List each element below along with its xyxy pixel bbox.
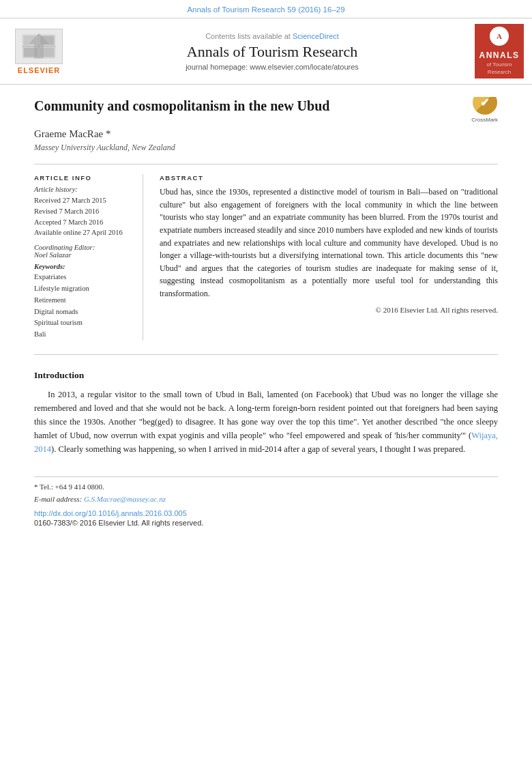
abstract-text: Ubud has, since the 1930s, represented a… [160, 186, 498, 300]
two-col-section: ARTICLE INFO Article history: Received 2… [34, 174, 498, 341]
annals-logo-sub: of TourismResearch [487, 61, 512, 76]
paper-title: Community and cosmopolitanism in the new… [34, 97, 348, 115]
elsevier-tree-icon: 🌳 [15, 29, 63, 64]
coordinating-editor: Coordinating Editor: Noel Salazar [34, 244, 132, 259]
intro-paragraph: In 2013, a regular visitor to the small … [34, 388, 498, 456]
annals-logo-icon: A [490, 27, 509, 46]
keyword-bali: Bali [34, 329, 132, 341]
history-label: Article history: [34, 186, 132, 193]
abstract-col: ABSTRACT Ubud has, since the 1930s, repr… [160, 174, 498, 341]
divider-2 [34, 354, 498, 355]
keywords-label: Keywords: [34, 263, 132, 270]
revised-date: Revised 7 March 2016 [34, 206, 132, 217]
doi-link[interactable]: http://dx.doi.org/10.1016/j.annals.2016.… [34, 509, 498, 517]
author-name: Graeme MacRae * [34, 128, 498, 140]
main-content: ✔ CrossMark Community and cosmopolitanis… [0, 85, 532, 541]
journal-banner: Annals of Tourism Research 59 (2016) 16–… [0, 0, 532, 18]
footnote-tel: * Tel.: +64 9 414 0800. [34, 481, 498, 493]
article-info-heading: ARTICLE INFO [34, 174, 132, 182]
keyword-digital: Digital nomads [34, 306, 132, 318]
journal-header: 🌳 ELSEVIER Contents lists available at S… [0, 18, 532, 85]
crossmark-icon: ✔ [473, 97, 497, 115]
footnote-section: * Tel.: +64 9 414 0800. E-mail address: … [34, 476, 498, 527]
contents-text: Contents lists available at [205, 32, 293, 40]
sciencedirect-line: Contents lists available at ScienceDirec… [76, 32, 468, 40]
header-center: Contents lists available at ScienceDirec… [76, 32, 468, 71]
annals-logo-box: A ANNALS of TourismResearch [475, 24, 524, 78]
journal-title: Annals of Tourism Research [76, 43, 468, 61]
journal-homepage: journal homepage: www.elsevier.com/locat… [76, 63, 468, 71]
title-area: ✔ CrossMark Community and cosmopolitanis… [34, 97, 498, 124]
intro-heading: Introduction [34, 370, 498, 381]
divider-1 [34, 164, 498, 164]
accepted-date: Accepted 7 March 2016 [34, 217, 132, 228]
sciencedirect-link[interactable]: ScienceDirect [293, 32, 339, 40]
crossmark-area[interactable]: ✔ CrossMark [471, 97, 498, 123]
copyright-line: © 2016 Elsevier Ltd. All rights reserved… [160, 306, 498, 314]
available-date: Available online 27 April 2016 [34, 227, 132, 238]
received-date: Received 27 March 2015 [34, 195, 132, 206]
affiliation: Massey University Auckland, New Zealand [34, 143, 498, 153]
keyword-expatriates: Expatriates [34, 272, 132, 283]
crossmark-label: CrossMark [471, 117, 498, 123]
email-label: E-mail address: [34, 495, 82, 503]
issn-line: 0160-7383/© 2016 Elsevier Ltd. All right… [34, 519, 498, 527]
introduction-section: Introduction In 2013, a regular visitor … [34, 370, 498, 456]
author-text: Graeme MacRae * [34, 128, 110, 139]
footnote-email: E-mail address: G.S.Macrae@massey.ac.nz [34, 493, 498, 506]
keyword-spiritual: Spiritual tourism [34, 317, 132, 329]
coord-name: Noel Salazar [34, 251, 72, 259]
wijaya-ref[interactable]: Wijaya, 2014 [34, 431, 498, 454]
annals-logo-title: ANNALS [479, 51, 520, 60]
article-info-col: ARTICLE INFO Article history: Received 2… [34, 174, 143, 341]
email-link[interactable]: G.S.Macrae@massey.ac.nz [84, 495, 166, 503]
keyword-lifestyle: Lifestyle migration [34, 283, 132, 295]
keyword-retirement: Retirement [34, 295, 132, 306]
coord-label: Coordinating Editor: [34, 244, 95, 251]
banner-text: Annals of Tourism Research 59 (2016) 16–… [187, 5, 344, 14]
elsevier-logo: 🌳 ELSEVIER [8, 29, 70, 74]
elsevier-label-text: ELSEVIER [18, 66, 60, 74]
abstract-heading: ABSTRACT [160, 174, 498, 182]
